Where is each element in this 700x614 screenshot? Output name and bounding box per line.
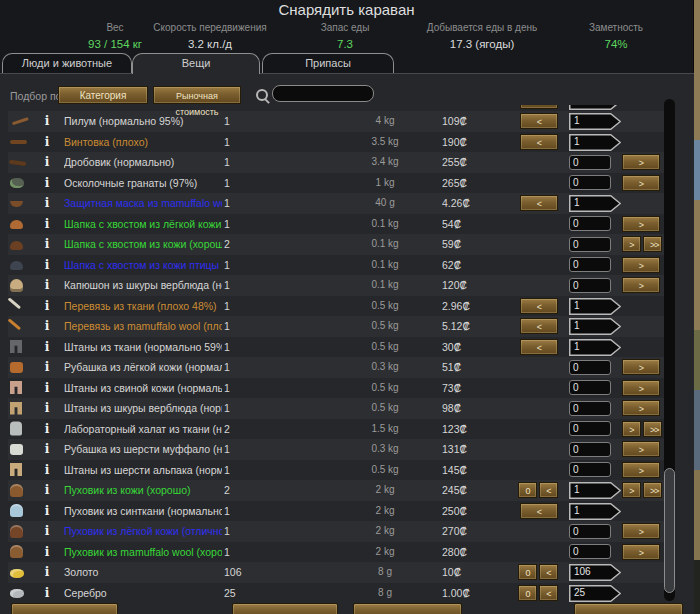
increase-button[interactable]: > <box>622 421 641 437</box>
decrease-button[interactable]: < <box>520 318 558 334</box>
decrease-button[interactable]: < <box>539 482 558 498</box>
quantity-input[interactable] <box>569 401 611 416</box>
info-icon[interactable]: i <box>42 275 52 296</box>
set-zero-button[interactable]: 0 <box>518 585 537 601</box>
increase-button[interactable]: > <box>622 482 641 498</box>
decrease-button[interactable]: < <box>520 195 558 211</box>
quantity-input[interactable]: 1 <box>569 134 621 151</box>
info-icon[interactable]: i <box>42 152 52 173</box>
increase-button[interactable]: > <box>622 236 641 252</box>
info-icon[interactable]: i <box>42 111 52 132</box>
increase-button[interactable]: > <box>622 277 660 293</box>
increase-max-button[interactable]: >> <box>643 482 662 498</box>
quantity-input[interactable] <box>569 257 611 272</box>
increase-button[interactable]: > <box>622 257 660 273</box>
quantity-input[interactable] <box>569 442 611 457</box>
set-zero-button[interactable]: 0 <box>518 564 537 580</box>
info-icon[interactable]: i <box>42 501 52 522</box>
quantity-input[interactable]: 25 <box>569 585 621 602</box>
quantity-input[interactable] <box>569 544 611 559</box>
quantity-input[interactable]: 1 <box>569 503 621 520</box>
info-icon[interactable]: i <box>42 562 52 583</box>
quantity-input[interactable]: 1 <box>569 482 621 499</box>
quantity-input[interactable]: 1 <box>569 339 621 356</box>
quantity-input[interactable] <box>569 421 611 436</box>
tab-3[interactable]: Припасы <box>262 53 394 73</box>
increase-button[interactable]: > <box>622 523 660 539</box>
decrease-button[interactable]: < <box>520 298 558 314</box>
tab-1[interactable]: Люди и животные <box>2 53 132 73</box>
quantity-input[interactable]: 1 <box>569 113 621 130</box>
item-count: 2 <box>224 419 230 440</box>
info-icon[interactable]: i <box>42 337 52 358</box>
search-input[interactable] <box>272 85 374 102</box>
info-icon[interactable]: i <box>42 132 52 153</box>
increase-button[interactable]: > <box>622 216 660 232</box>
decrease-button[interactable]: < <box>539 564 558 580</box>
sort-category-button[interactable]: Категория <box>58 86 148 104</box>
quantity-input[interactable] <box>569 462 611 477</box>
increase-button[interactable]: > <box>622 544 660 560</box>
increase-button[interactable]: > <box>622 359 660 375</box>
scrollbar-thumb[interactable] <box>664 468 675 593</box>
quantity-input[interactable]: 1 <box>569 318 621 335</box>
info-icon[interactable]: i <box>42 173 52 194</box>
bottom-action-button-1[interactable] <box>11 603 118 614</box>
item-weight: 3.5 kg <box>345 132 425 153</box>
info-icon[interactable]: i <box>42 460 52 481</box>
increase-button[interactable]: > <box>622 441 660 457</box>
info-icon[interactable]: i <box>42 480 52 501</box>
quantity-input[interactable] <box>569 278 611 293</box>
info-icon[interactable]: i <box>42 439 52 460</box>
bottom-action-button-2[interactable] <box>232 603 338 614</box>
set-zero-button[interactable]: 0 <box>518 482 537 498</box>
info-icon[interactable]: i <box>42 378 52 399</box>
quantity-input[interactable]: 1 <box>569 195 621 212</box>
item-count: 1 <box>224 521 230 542</box>
quantity-input[interactable] <box>569 216 611 231</box>
bottom-action-button-3[interactable] <box>353 603 462 614</box>
bottom-action-button-4[interactable] <box>574 603 683 614</box>
info-icon[interactable]: i <box>42 419 52 440</box>
decrease-button[interactable]: < <box>520 503 558 519</box>
quantity-input[interactable] <box>569 175 611 190</box>
info-icon[interactable]: i <box>42 255 52 276</box>
decrease-button[interactable]: < <box>539 585 558 601</box>
parka-icon <box>10 504 23 517</box>
decrease-button[interactable]: < <box>520 113 558 129</box>
info-icon[interactable]: i <box>42 214 52 235</box>
quantity-input[interactable] <box>569 380 611 395</box>
decrease-zone: 0< <box>518 482 558 498</box>
quantity-input[interactable]: 1 <box>569 298 621 315</box>
quantity-input[interactable] <box>569 524 611 539</box>
pants-icon <box>10 340 22 353</box>
info-icon[interactable]: i <box>42 296 52 317</box>
decrease-button[interactable]: < <box>520 105 558 109</box>
item-weight: 40 g <box>345 193 425 214</box>
info-icon[interactable]: i <box>42 521 52 542</box>
increase-max-button[interactable]: >> <box>643 421 662 437</box>
increase-button[interactable]: > <box>622 462 660 478</box>
increase-button[interactable]: > <box>622 175 660 191</box>
item-count: 1 <box>224 296 230 317</box>
info-icon[interactable]: i <box>42 583 52 604</box>
quantity-input[interactable] <box>569 237 611 252</box>
quantity-input[interactable] <box>569 105 621 110</box>
info-icon[interactable]: i <box>42 234 52 255</box>
quantity-input[interactable] <box>569 360 611 375</box>
increase-button[interactable]: > <box>622 154 660 170</box>
decrease-button[interactable]: < <box>520 134 558 150</box>
increase-button[interactable]: > <box>622 400 660 416</box>
info-icon[interactable]: i <box>42 542 52 563</box>
quantity-input[interactable] <box>569 155 611 170</box>
increase-button[interactable]: > <box>622 380 660 396</box>
info-icon[interactable]: i <box>42 316 52 337</box>
info-icon[interactable]: i <box>42 398 52 419</box>
info-icon[interactable]: i <box>42 193 52 214</box>
info-icon[interactable]: i <box>42 357 52 378</box>
quantity-input[interactable]: 106 <box>569 564 621 581</box>
sort-market-value-button[interactable]: Рыночная стоимость <box>153 86 241 104</box>
increase-max-button[interactable]: >> <box>643 236 662 252</box>
decrease-button[interactable]: < <box>520 339 558 355</box>
tab-2[interactable]: Вещи <box>132 53 260 74</box>
